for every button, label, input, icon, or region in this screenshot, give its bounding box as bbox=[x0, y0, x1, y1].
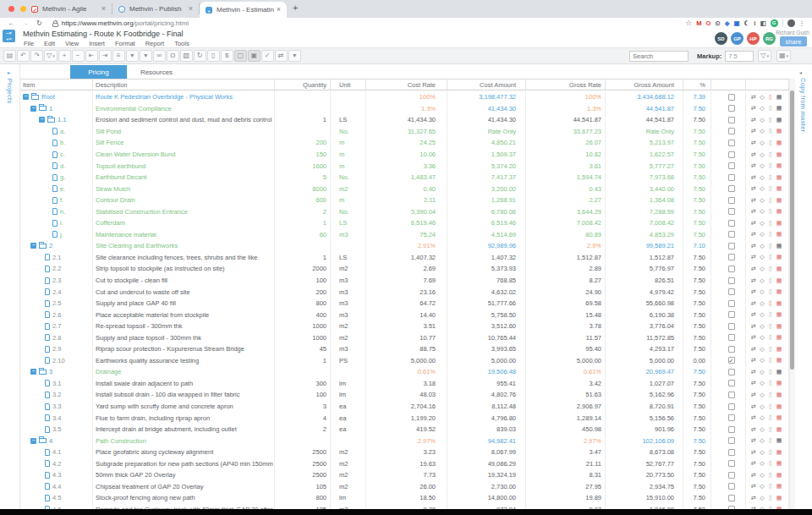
browser-tab[interactable]: ↑Methvin - Publish× bbox=[112, 3, 200, 14]
table-row[interactable]: e.Straw Mulch8000m20.403,200.000.433,440… bbox=[20, 183, 789, 194]
swap-icon[interactable]: ⇄ bbox=[750, 323, 757, 330]
cell-cr[interactable]: 23.16 bbox=[366, 286, 447, 298]
cell-ca[interactable]: 49,086.29 bbox=[447, 458, 526, 470]
row-checkbox[interactable] bbox=[728, 140, 735, 146]
cell-ca[interactable]: 4,850.21 bbox=[447, 137, 526, 149]
tag-icon[interactable]: ◇ bbox=[759, 346, 765, 353]
search-input[interactable] bbox=[629, 51, 689, 62]
menu-item-insert[interactable]: Insert bbox=[89, 40, 105, 47]
row-checkbox[interactable] bbox=[728, 300, 735, 307]
swap-icon[interactable]: ⇄ bbox=[750, 357, 757, 364]
shield-extension-icon[interactable]: ◆ bbox=[725, 19, 730, 27]
cell-qty[interactable] bbox=[275, 103, 331, 115]
cell-desc[interactable]: Earthworks quality assurance testing bbox=[93, 355, 275, 367]
cell-ga[interactable]: 6,190.38 bbox=[606, 309, 683, 321]
cell-icons[interactable]: ⇄◇▯▦ bbox=[746, 194, 789, 206]
sidebar-label[interactable]: Projects bbox=[6, 79, 14, 104]
scrollbar-thumb[interactable] bbox=[790, 90, 794, 370]
doc-icon[interactable]: ▯ bbox=[767, 174, 774, 181]
cell-item[interactable]: 2.5 bbox=[20, 298, 93, 310]
remove-row-button[interactable]: − bbox=[72, 50, 85, 62]
cell-item[interactable]: h. bbox=[20, 205, 93, 217]
sheet-icon[interactable]: ▦ bbox=[776, 105, 782, 112]
swap-icon[interactable]: ⇄ bbox=[750, 105, 757, 112]
doc-icon[interactable]: ▯ bbox=[767, 334, 774, 341]
cell-pct[interactable]: 7.50 bbox=[683, 492, 711, 504]
cell-icons[interactable]: ⇄◇▯▦ bbox=[746, 298, 789, 310]
cell-icons[interactable]: ⇄◇▯▦ bbox=[746, 126, 789, 138]
cell-cr[interactable]: 88.75 bbox=[366, 343, 447, 355]
cell-qty[interactable]: 200 bbox=[275, 137, 331, 149]
cell-ga[interactable]: 901.96 bbox=[606, 424, 683, 436]
cell-item[interactable]: 2.7 bbox=[20, 321, 93, 332]
cell-desc[interactable]: Straw Mulch bbox=[93, 183, 275, 194]
cell-pct[interactable]: 7.50 bbox=[683, 481, 711, 493]
cell-pct[interactable]: 7.50 bbox=[683, 263, 711, 275]
doc-icon[interactable]: ▯ bbox=[767, 162, 774, 169]
doc-icon[interactable]: ▯ bbox=[767, 288, 774, 295]
cell-chk[interactable] bbox=[711, 401, 746, 413]
cell-unit[interactable] bbox=[331, 103, 366, 115]
swap-icon[interactable]: ⇄ bbox=[750, 300, 757, 307]
tag-icon[interactable]: ◇ bbox=[759, 460, 765, 467]
swap-icon[interactable]: ⇄ bbox=[750, 483, 757, 490]
cell-gr[interactable]: 7,008.42 bbox=[526, 217, 606, 229]
collapse-toggle-icon[interactable]: − bbox=[30, 369, 36, 375]
cell-pct[interactable]: 7.50 bbox=[683, 149, 711, 161]
cell-cr[interactable]: 2,704.16 bbox=[366, 401, 447, 413]
cell-item[interactable]: 2.8 bbox=[20, 331, 93, 343]
cell-qty[interactable]: 800 bbox=[275, 492, 331, 504]
doc-icon[interactable]: ▯ bbox=[767, 323, 774, 330]
cell-gr[interactable]: 0.61% bbox=[526, 366, 606, 378]
cell-icons[interactable]: ⇄◇▯▦ bbox=[746, 205, 789, 217]
row-checkbox[interactable] bbox=[728, 392, 735, 398]
cell-desc[interactable]: Stabilised Construction Entrance bbox=[93, 205, 275, 217]
cell-pct[interactable]: 7.50 bbox=[683, 309, 711, 321]
doc-icon[interactable]: ▯ bbox=[767, 426, 774, 433]
bookmark-star-icon[interactable]: ☆ bbox=[685, 19, 692, 27]
tab-close-icon[interactable]: × bbox=[189, 5, 193, 13]
cell-item[interactable]: b. bbox=[20, 137, 93, 149]
cell-qty[interactable]: 400 bbox=[275, 309, 331, 321]
menu-item-report[interactable]: Report bbox=[145, 40, 165, 47]
swap-icon[interactable]: ⇄ bbox=[750, 403, 757, 410]
cell-ga[interactable]: 1,512.87 bbox=[606, 252, 683, 264]
cell-ca[interactable]: 1,407.32 bbox=[447, 252, 526, 264]
cell-icons[interactable]: ⇄◇▯▦ bbox=[746, 149, 789, 161]
cell-unit[interactable] bbox=[331, 91, 366, 103]
cell-cr[interactable]: 3.36 bbox=[366, 160, 447, 172]
cell-cr[interactable]: 3.23 bbox=[366, 447, 447, 458]
cell-ca[interactable]: 5,374.20 bbox=[447, 160, 526, 172]
cell-pct[interactable]: 7.39 bbox=[683, 91, 711, 103]
doc-icon[interactable]: ▯ bbox=[767, 369, 774, 375]
cell-gr[interactable]: 44,541.87 bbox=[526, 114, 606, 126]
cell-ca[interactable]: 4,514.69 bbox=[447, 229, 526, 241]
cell-icons[interactable]: ⇄◇▯▦ bbox=[746, 263, 789, 275]
cell-gr[interactable]: 95.40 bbox=[526, 343, 606, 355]
sheet-icon[interactable]: ▦ bbox=[776, 472, 782, 479]
swap-icon[interactable]: ⇄ bbox=[750, 94, 757, 101]
paste-button[interactable]: ▧ bbox=[180, 50, 193, 62]
cell-item[interactable]: 3.4 bbox=[20, 412, 93, 424]
cell-qty[interactable] bbox=[275, 91, 331, 103]
cell-ca[interactable]: 6,519.46 bbox=[447, 217, 526, 229]
cell-unit[interactable]: ea bbox=[331, 401, 366, 413]
cell-qty[interactable]: 2 bbox=[275, 205, 331, 217]
cell-gr[interactable]: 11.57 bbox=[526, 331, 606, 343]
column-header[interactable]: Cost Rate bbox=[366, 79, 447, 90]
cell-desc[interactable]: Route K Pedestrian Overbridge - Physical… bbox=[93, 91, 275, 103]
reload-icon[interactable]: ↻ bbox=[36, 19, 42, 27]
cell-cr[interactable]: 10.77 bbox=[366, 331, 447, 343]
cell-unit[interactable]: No. bbox=[331, 126, 366, 138]
cell-ca[interactable]: 1,509.37 bbox=[447, 149, 526, 161]
cell-qty[interactable]: 1000 bbox=[275, 321, 331, 332]
row-checkbox[interactable] bbox=[728, 105, 735, 112]
cell-desc[interactable]: Subgrade preparation for new path sectio… bbox=[93, 458, 275, 470]
cell-ga[interactable]: Rate Only bbox=[606, 126, 683, 138]
markup-input[interactable] bbox=[725, 51, 754, 62]
cell-qty[interactable]: 1 bbox=[275, 217, 331, 229]
cell-chk[interactable] bbox=[711, 378, 746, 390]
avatar[interactable]: HP bbox=[747, 32, 760, 45]
cell-icons[interactable]: ⇄◇▯▦ bbox=[746, 103, 789, 115]
doc-icon[interactable]: ▯ bbox=[767, 185, 774, 192]
